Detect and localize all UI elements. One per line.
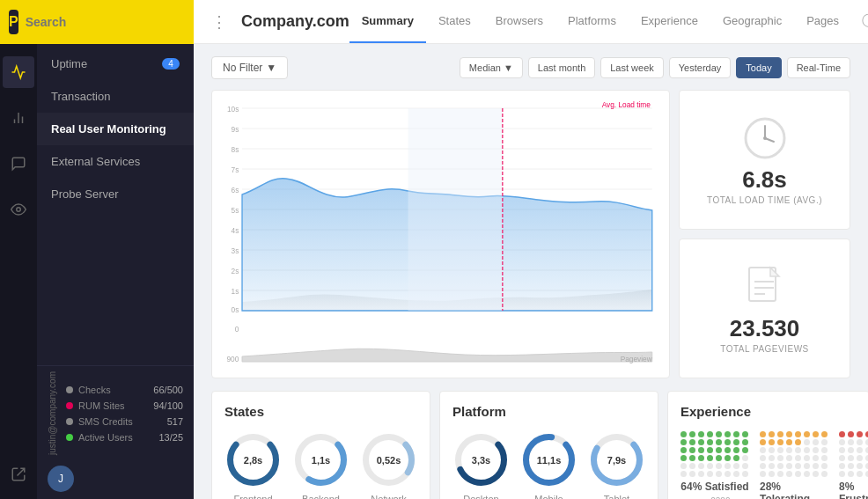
stats-cards: 6.8s TOTAL LOAD TIME (AVG.) (679, 90, 850, 378)
tablet-label: Tablet (604, 494, 629, 499)
svg-text:Pageview: Pageview (621, 355, 653, 363)
svg-text:4s: 4s (232, 226, 239, 235)
nav-icon-export[interactable] (3, 459, 34, 490)
nav-icon-activity[interactable] (3, 56, 34, 88)
exp-frustrated: 8% Frustrated ▼ 294 (839, 431, 868, 499)
svg-text:0,52s: 0,52s (377, 455, 401, 466)
svg-text:06: 06 (335, 318, 343, 319)
svg-text:14: 14 (466, 318, 474, 319)
svg-point-3 (17, 208, 21, 212)
chart-svg: 10s 9s 8s 7s 6s 5s 4s 3s 2s 1s 0s (221, 99, 660, 319)
time-last-week[interactable]: Last week (600, 57, 664, 78)
platform-card: Platform 3,3s Desktop ▼ 2309 (439, 391, 658, 499)
svg-text:04: 04 (303, 318, 311, 319)
topbar: ⋮ Company.com Summary States Browsers Pl… (194, 0, 868, 44)
svg-text:18: 18 (531, 318, 539, 319)
svg-text:22: 22 (596, 318, 604, 319)
backend-label: Backend (302, 494, 340, 499)
frustrated-percent: 8% Frustrated (839, 481, 868, 499)
pageview-chart: 0 900 Pageview (221, 321, 660, 365)
logo-icon: P (9, 10, 18, 34)
tab-states[interactable]: States (426, 0, 483, 43)
nav-item-rum[interactable]: Real User Monitoring (37, 113, 194, 145)
tab-browsers[interactable]: Browsers (483, 0, 555, 43)
time-buttons: Median ▼ Last month Last week Yesterday … (460, 57, 850, 78)
network-label: Network (371, 494, 406, 499)
time-last-month[interactable]: Last month (528, 57, 595, 78)
nav-item-probe[interactable]: Probe Server (37, 178, 194, 210)
svg-text:900: 900 (226, 355, 239, 363)
search-input[interactable] (26, 15, 191, 29)
donut-frontend: 2,8s Frontend (224, 431, 282, 499)
svg-text:00: 00 (648, 318, 656, 319)
svg-text:00: 00 (238, 318, 246, 319)
nav-item-uptime[interactable]: Uptime 4 (37, 48, 194, 80)
tab-summary[interactable]: Summary (349, 0, 426, 43)
svg-point-49 (763, 136, 767, 140)
donut-mobile: 11,1s Mobile ▼ 492 (520, 431, 577, 499)
stat-sms: SMS Credits 517 (66, 414, 183, 429)
median-chevron-icon: ▼ (504, 62, 513, 73)
tab-geographic[interactable]: Geographic (710, 0, 794, 43)
svg-text:2,8s: 2,8s (244, 455, 262, 466)
main-chart: 10s 9s 8s 7s 6s 5s 4s 3s 2s 1s 0s (211, 90, 670, 378)
svg-text:3,3s: 3,3s (472, 455, 490, 466)
svg-line-4 (18, 468, 25, 475)
user-email: justin@company.com (48, 371, 57, 455)
filter-bar: No Filter ▼ Median ▼ Last month Last wee… (211, 56, 850, 79)
svg-text:5s: 5s (232, 206, 239, 215)
tab-experience[interactable]: Experience (629, 0, 710, 43)
nav-icon-eye[interactable] (3, 194, 34, 225)
experience-items: 64% Satisfied ▼ 2380 28% Tolerating ▼ 18… (680, 431, 857, 499)
user-row: J (48, 459, 183, 495)
svg-text:3s: 3s (232, 246, 239, 255)
donut-network: 0,52s Network (360, 431, 417, 499)
svg-text:1s: 1s (232, 287, 239, 296)
chart-section: 10s 9s 8s 7s 6s 5s 4s 3s 2s 1s 0s (211, 90, 850, 378)
stat-checks: Checks 66/500 (66, 382, 183, 398)
tab-platforms[interactable]: Platforms (555, 0, 629, 43)
load-time-label: TOTAL LOAD TIME (AVG.) (707, 195, 822, 205)
page-title: Company.com (241, 12, 349, 31)
time-yesterday[interactable]: Yesterday (669, 57, 732, 78)
svg-text:6s: 6s (232, 186, 239, 194)
nav-icon-message[interactable] (3, 148, 34, 180)
svg-text:10s: 10s (227, 105, 239, 114)
expand-icon[interactable]: ⋮ (211, 12, 227, 32)
states-donuts: 2,8s Frontend 1,1s Backend (224, 431, 417, 499)
states-card: States 2,8s Frontend (211, 391, 430, 499)
info-icon[interactable]: ⓘ (862, 12, 868, 31)
svg-text:8s: 8s (232, 145, 239, 154)
sidebar-footer: justin@company.com Checks 66/500 RUM Sit… (37, 365, 194, 499)
exp-satisfied: 64% Satisfied ▼ 2380 (680, 431, 749, 499)
svg-text:Avg. Load time: Avg. Load time (602, 100, 651, 109)
donut-desktop: 3,3s Desktop ▼ 2309 (452, 431, 510, 499)
desktop-label: Desktop (463, 494, 498, 499)
svg-text:16: 16 (498, 318, 506, 319)
svg-text:10: 10 (401, 318, 408, 319)
checks-dot (66, 386, 73, 393)
median-button[interactable]: Median ▼ (460, 57, 523, 78)
svg-text:12: 12 (433, 318, 441, 319)
exp-tolerating: 28% Tolerating ▼ 1845 (760, 431, 828, 499)
platform-title: Platform (452, 404, 645, 419)
uptime-badge: 4 (162, 58, 180, 70)
tab-pages[interactable]: Pages (794, 0, 851, 43)
platform-donuts: 3,3s Desktop ▼ 2309 11,1s Mobile ▼ 4 (452, 431, 645, 499)
tolerating-percent: 28% Tolerating (760, 481, 828, 499)
stat-active-users: Active Users 13/25 (66, 429, 183, 445)
nav-icon-chart[interactable] (3, 102, 34, 134)
svg-text:02: 02 (270, 318, 278, 319)
filter-button[interactable]: No Filter ▼ (211, 56, 288, 79)
load-time-value: 6.8s (742, 166, 787, 194)
nav-item-transaction[interactable]: Transaction (37, 80, 194, 113)
states-title: States (224, 404, 417, 419)
svg-rect-42 (408, 108, 503, 311)
nav-item-external[interactable]: External Services (37, 145, 194, 178)
tab-nav: Summary States Browsers Platforms Experi… (349, 0, 851, 43)
donut-backend: 1,1s Backend (292, 431, 349, 499)
svg-text:0s: 0s (232, 305, 239, 314)
time-today[interactable]: Today (736, 57, 781, 78)
svg-text:11,1s: 11,1s (537, 455, 562, 466)
time-realtime[interactable]: Real-Time (787, 57, 850, 78)
